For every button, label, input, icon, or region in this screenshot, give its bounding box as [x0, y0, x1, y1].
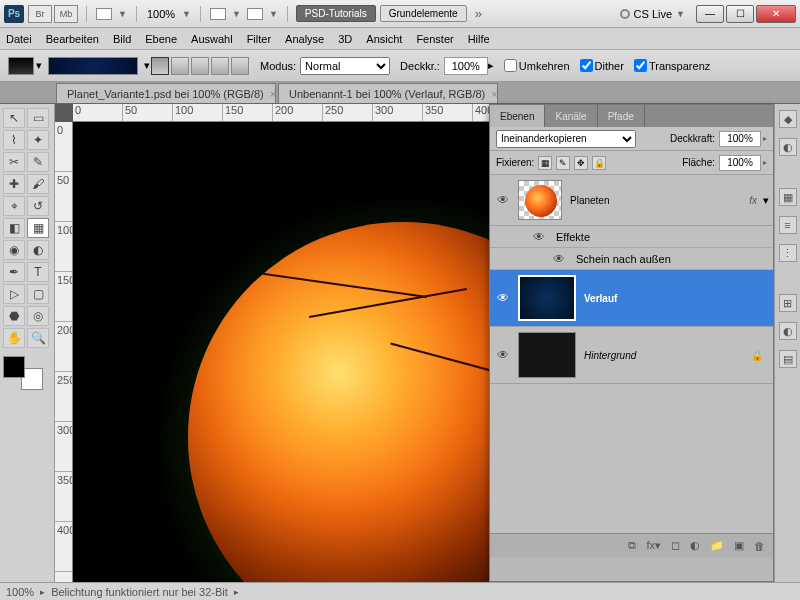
menu-datei[interactable]: Datei [6, 33, 32, 45]
gradient-reflected-button[interactable] [211, 57, 229, 75]
blur-tool[interactable]: ◉ [3, 240, 25, 260]
menu-auswahl[interactable]: Auswahl [191, 33, 233, 45]
eraser-tool[interactable]: ◧ [3, 218, 25, 238]
screen-mode-icon[interactable] [247, 8, 263, 20]
pen-tool[interactable]: ✒ [3, 262, 25, 282]
minimize-button[interactable]: — [696, 5, 724, 23]
panel-icon[interactable]: ◐ [779, 322, 797, 340]
layer-thumbnail[interactable] [518, 275, 576, 321]
zoom-tool[interactable]: 🔍 [27, 328, 49, 348]
menu-bearbeiten[interactable]: Bearbeiten [46, 33, 99, 45]
cslive-button[interactable]: CS Live▼ [620, 8, 688, 20]
panel-icon[interactable]: ◆ [779, 110, 797, 128]
panel-icon[interactable]: ⊞ [779, 294, 797, 312]
lock-position-icon[interactable]: ✥ [574, 156, 588, 170]
transparenz-checkbox[interactable] [634, 59, 647, 72]
umkehren-checkbox[interactable] [504, 59, 517, 72]
menu-3d[interactable]: 3D [338, 33, 352, 45]
eye-icon[interactable]: 👁 [494, 191, 512, 209]
maximize-button[interactable]: ☐ [726, 5, 754, 23]
menu-ansicht[interactable]: Ansicht [366, 33, 402, 45]
dodge-tool[interactable]: ◐ [27, 240, 49, 260]
wand-tool[interactable]: ✦ [27, 130, 49, 150]
deckkraft-input[interactable] [719, 131, 761, 147]
type-tool[interactable]: T [27, 262, 49, 282]
arrange-docs-icon[interactable] [210, 8, 226, 20]
deckkr-input[interactable] [444, 57, 488, 75]
tool-preset-picker[interactable] [8, 57, 34, 75]
panel-icon[interactable]: ◐ [779, 138, 797, 156]
eyedropper-tool[interactable]: ✎ [27, 152, 49, 172]
lock-transparency-icon[interactable]: ▦ [538, 156, 552, 170]
workspace-grundelemente[interactable]: Grundelemente [380, 5, 467, 22]
blend-mode-select[interactable]: Ineinanderkopieren [496, 130, 636, 148]
ruler-vertical[interactable]: 050100150200250300350400 [55, 122, 73, 582]
fx-badge[interactable]: fx [749, 195, 757, 206]
flaeche-input[interactable] [719, 155, 761, 171]
lock-pixels-icon[interactable]: ✎ [556, 156, 570, 170]
gradient-linear-button[interactable] [151, 57, 169, 75]
gradient-radial-button[interactable] [171, 57, 189, 75]
eye-icon[interactable]: 👁 [550, 250, 568, 268]
link-layers-icon[interactable]: ⧉ [628, 539, 636, 552]
panel-icon[interactable]: ▦ [779, 188, 797, 206]
lock-all-icon[interactable]: 🔒 [592, 156, 606, 170]
dither-checkbox[interactable] [580, 59, 593, 72]
layer-effects[interactable]: 👁 Effekte [490, 226, 773, 248]
layer-planeten[interactable]: 👁 Planeten fx▾ [490, 175, 773, 226]
lasso-tool[interactable]: ⌇ [3, 130, 25, 150]
eye-icon[interactable]: 👁 [494, 346, 512, 364]
heal-tool[interactable]: ✚ [3, 174, 25, 194]
move-tool[interactable]: ↖ [3, 108, 25, 128]
view-extras-icon[interactable] [96, 8, 112, 20]
gradient-diamond-button[interactable] [231, 57, 249, 75]
gradient-picker[interactable] [48, 57, 138, 75]
delete-layer-icon[interactable]: 🗑 [754, 540, 765, 552]
menu-bild[interactable]: Bild [113, 33, 131, 45]
layer-mask-icon[interactable]: ◻ [671, 539, 680, 552]
panel-icon[interactable]: ⋮ [779, 244, 797, 262]
menu-filter[interactable]: Filter [247, 33, 271, 45]
tab-kanaele[interactable]: Kanäle [545, 105, 597, 127]
group-icon[interactable]: 📁 [710, 539, 724, 552]
layer-thumbnail[interactable] [518, 180, 562, 220]
stamp-tool[interactable]: ⌖ [3, 196, 25, 216]
close-button[interactable]: ✕ [756, 5, 796, 23]
menu-fenster[interactable]: Fenster [416, 33, 453, 45]
close-tab-icon[interactable]: × [491, 88, 497, 100]
gradient-angle-button[interactable] [191, 57, 209, 75]
status-zoom[interactable]: 100% [6, 586, 34, 598]
shape-tool[interactable]: ▢ [27, 284, 49, 304]
layer-outer-glow[interactable]: 👁 Schein nach außen [490, 248, 773, 270]
hand-tool[interactable]: ✋ [3, 328, 25, 348]
layer-style-icon[interactable]: fx▾ [646, 539, 661, 552]
layer-verlauf[interactable]: 👁 Verlauf [490, 270, 773, 327]
panel-icon[interactable]: ▤ [779, 350, 797, 368]
gradient-tool[interactable]: ▦ [27, 218, 49, 238]
history-brush-tool[interactable]: ↺ [27, 196, 49, 216]
brush-tool[interactable]: 🖌 [27, 174, 49, 194]
close-tab-icon[interactable]: × [270, 88, 276, 100]
tab-ebenen[interactable]: Ebenen [490, 105, 545, 127]
color-swatches[interactable] [3, 356, 43, 390]
tab-pfade[interactable]: Pfade [598, 105, 645, 127]
crop-tool[interactable]: ✂ [3, 152, 25, 172]
eye-icon[interactable]: 👁 [530, 228, 548, 246]
doc-tab-1[interactable]: Planet_Variante1.psd bei 100% (RGB/8)× [56, 83, 276, 103]
marquee-tool[interactable]: ▭ [27, 108, 49, 128]
workspace-more-icon[interactable]: » [475, 6, 482, 21]
menu-hilfe[interactable]: Hilfe [468, 33, 490, 45]
new-layer-icon[interactable]: ▣ [734, 539, 744, 552]
eye-icon[interactable]: 👁 [494, 289, 512, 307]
layer-thumbnail[interactable] [518, 332, 576, 378]
bridge-button[interactable]: Br [28, 5, 52, 23]
menu-analyse[interactable]: Analyse [285, 33, 324, 45]
modus-select[interactable]: Normal [300, 57, 390, 75]
workspace-psdtutorials[interactable]: PSD-Tutorials [296, 5, 376, 22]
zoom-level[interactable]: 100% [147, 8, 175, 20]
minibridge-button[interactable]: Mb [54, 5, 78, 23]
menu-ebene[interactable]: Ebene [145, 33, 177, 45]
fill-layer-icon[interactable]: ◐ [690, 539, 700, 552]
panel-icon[interactable]: ≡ [779, 216, 797, 234]
path-select-tool[interactable]: ▷ [3, 284, 25, 304]
